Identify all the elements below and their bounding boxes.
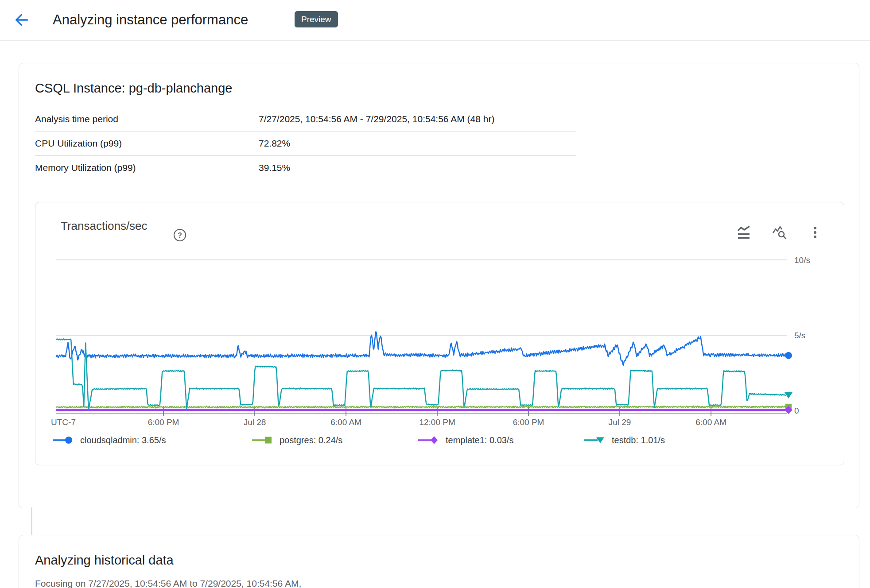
page-header: Analyzing instance performance Preview <box>0 0 870 41</box>
historical-card-subtitle: Focusing on 7/27/2025, 10:54:56 AM to 7/… <box>35 578 301 588</box>
table-row: CPU Utilization (p99) 72.82% <box>35 131 576 155</box>
legend-marker-circle-icon <box>52 435 75 445</box>
timezone-label: UTC-7 <box>51 418 76 427</box>
legend-item-template1[interactable]: template1: 0.03/s <box>417 434 513 446</box>
x-axis-label: 6:00 AM <box>330 418 361 427</box>
legend-item-cloudsqladmin[interactable]: cloudsqladmin: 3.65/s <box>52 434 166 446</box>
legend-label: testdb: 1.01/s <box>612 435 665 445</box>
row-value: 39.15% <box>259 162 290 173</box>
page-title: Analyzing instance performance <box>53 12 248 28</box>
y-axis-label: 0 <box>794 406 799 415</box>
legend-marker-triangle-icon <box>583 435 606 445</box>
arrow-back-icon <box>14 12 29 27</box>
x-axis-label: 6:00 AM <box>695 418 726 427</box>
series-line-cloudsqladmin <box>56 332 786 365</box>
y-axis-label: 10/s <box>794 255 810 265</box>
legend-label: cloudsqladmin: 3.65/s <box>80 435 166 445</box>
legend-marker-square-icon <box>251 435 274 445</box>
row-label: Memory Utilization (p99) <box>35 162 259 173</box>
legend-marker-diamond-icon <box>417 435 440 445</box>
legend-label: postgres: 0.24/s <box>280 435 342 445</box>
y-axis-label: 5/s <box>794 331 805 340</box>
x-axis-label: 6:00 PM <box>148 418 179 427</box>
transactions-chart-plot[interactable]: 10/s5/s06:00 PMJul 286:00 AM12:00 PM6:00… <box>35 202 844 465</box>
row-value: 72.82% <box>259 138 290 149</box>
instance-card-title: CSQL Instance: pg-db-planchange <box>35 81 233 96</box>
series-line-postgres <box>56 406 786 408</box>
row-value: 7/27/2025, 10:54:56 AM - 7/29/2025, 10:5… <box>259 114 494 124</box>
historical-card-title: Analyzing historical data <box>35 553 174 568</box>
back-button[interactable] <box>12 12 30 29</box>
x-axis-label: 12:00 PM <box>419 418 455 427</box>
chart-card: Transactions/sec ? <box>35 202 844 465</box>
series-end-marker-cloudsqladmin <box>785 352 792 359</box>
x-axis-label: Jul 28 <box>244 418 266 427</box>
table-row: Memory Utilization (p99) 39.15% <box>35 155 576 180</box>
x-axis-label: Jul 29 <box>609 418 631 427</box>
historical-data-card: Analyzing historical data Focusing on 7/… <box>19 535 859 588</box>
table-row: Analysis time period 7/27/2025, 10:54:56… <box>35 107 576 131</box>
instance-card: CSQL Instance: pg-db-planchange Analysis… <box>19 63 859 508</box>
legend-label: template1: 0.03/s <box>446 435 513 445</box>
legend-item-testdb[interactable]: testdb: 1.01/s <box>583 434 665 446</box>
row-label: CPU Utilization (p99) <box>35 138 259 149</box>
instance-stats-table: Analysis time period 7/27/2025, 10:54:56… <box>35 107 576 180</box>
card-connector-line <box>31 507 32 535</box>
row-label: Analysis time period <box>35 114 259 124</box>
legend-item-postgres[interactable]: postgres: 0.24/s <box>251 434 342 446</box>
x-axis-label: 6:00 PM <box>513 418 544 427</box>
preview-badge: Preview <box>295 11 338 27</box>
page: Analyzing instance performance Preview C… <box>0 0 870 588</box>
